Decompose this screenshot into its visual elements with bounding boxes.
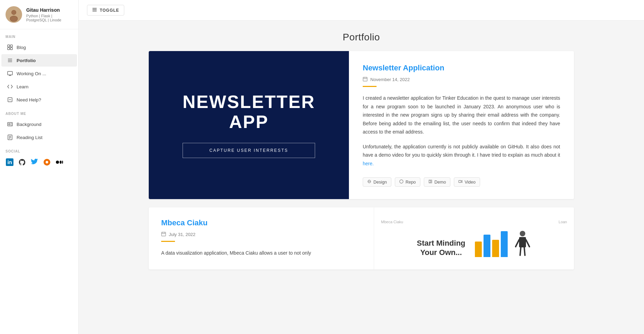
medium-icon[interactable] <box>55 158 64 166</box>
project-desc-newsletter-2: Unfortunately, the application currently… <box>363 143 560 168</box>
profile-section: Gitau Harrison Python | Flask | PostgreS… <box>0 0 78 29</box>
sidebar: Gitau Harrison Python | Flask | PostgreS… <box>0 0 79 334</box>
sidebar-item-portfolio[interactable]: Portfolio <box>1 54 77 67</box>
project-meta-newsletter: November 14, 2022 <box>363 77 560 82</box>
tag-repo-label: Repo <box>406 180 416 185</box>
sidebar-item-need-help[interactable]: Need Help? <box>1 94 77 106</box>
tag-design-label: Design <box>373 180 387 185</box>
mbeca-header-right: Loan <box>559 220 567 224</box>
github-icon[interactable] <box>18 158 26 166</box>
monitor-icon <box>7 70 13 77</box>
about-section-label: ABOUT ME <box>0 106 78 118</box>
project-title-newsletter[interactable]: Newsletter Application <box>363 63 560 72</box>
tag-demo-icon <box>428 179 432 185</box>
svg-point-44 <box>520 231 525 236</box>
mbeca-header-left: Mbeca Ciaku <box>381 220 403 224</box>
project-tags-newsletter: Design Repo Demo <box>363 177 560 187</box>
mbeca-text: Start Minding Your Own... <box>417 239 466 257</box>
twitter-icon[interactable] <box>30 158 39 166</box>
tag-demo[interactable]: Demo <box>424 177 450 187</box>
svg-point-28 <box>62 160 63 164</box>
mbeca-info: Mbeca Ciaku July 31, 2022 A data visuali… <box>149 207 374 269</box>
svg-point-18 <box>9 124 10 125</box>
sidebar-item-blog-label: Blog <box>17 45 26 50</box>
project-divider-newsletter <box>363 86 377 87</box>
chart-bar-2 <box>484 235 490 257</box>
profile-name: Gitau Harrison <box>26 7 73 13</box>
svg-rect-5 <box>8 45 10 47</box>
chart-bar-3 <box>492 240 499 257</box>
project-date-mbeca: July 31, 2022 <box>169 232 195 237</box>
svg-line-49 <box>524 247 525 255</box>
toggle-button[interactable]: TOGGLE <box>87 5 124 16</box>
calendar-icon-mbeca <box>161 232 166 237</box>
topbar: TOGGLE <box>79 0 644 21</box>
code-icon <box>7 84 13 90</box>
tag-design[interactable]: Design <box>363 177 391 187</box>
sidebar-item-learn[interactable]: Learn <box>1 80 77 93</box>
project-desc-mbeca: A data visualization application, Mbeca … <box>161 249 361 257</box>
profile-info: Gitau Harrison Python | Flask | PostgreS… <box>26 7 73 22</box>
svg-rect-45 <box>519 237 526 247</box>
project-card-newsletter: NEWSLETTER APP CAPTURE USER INTERRESTS N… <box>149 51 574 199</box>
tag-repo-icon <box>399 179 403 185</box>
sidebar-item-blog[interactable]: Blog <box>1 41 77 53</box>
svg-rect-6 <box>10 45 12 47</box>
project-date-newsletter: November 14, 2022 <box>370 77 410 82</box>
calendar-icon <box>363 77 368 82</box>
newsletter-caption: CAPTURE USER INTERRESTS <box>183 143 315 158</box>
svg-point-38 <box>400 180 403 183</box>
sidebar-item-reading-list[interactable]: Reading List <box>1 131 77 144</box>
page-title: Portfolio <box>79 21 644 51</box>
tag-video[interactable]: Video <box>454 177 480 187</box>
linkedin-icon[interactable] <box>6 158 14 166</box>
sidebar-item-working-on-label: Working On ... <box>17 71 46 76</box>
tag-design-icon <box>367 179 371 185</box>
sidebar-item-portfolio-label: Portfolio <box>17 58 36 63</box>
sidebar-item-reading-list-label: Reading List <box>17 135 42 140</box>
sidebar-item-background[interactable]: Background <box>1 118 77 130</box>
book-icon <box>7 134 13 140</box>
project-desc-newsletter-1: I created a newsletter application for T… <box>363 94 560 136</box>
toggle-label: TOGGLE <box>100 8 119 13</box>
svg-point-27 <box>60 160 62 164</box>
avatar <box>6 6 22 23</box>
project-image-newsletter: NEWSLETTER APP CAPTURE USER INTERRESTS <box>149 51 349 199</box>
profile-tags: Python | Flask | PostgreSQL | Linode <box>26 14 73 22</box>
id-icon <box>7 121 13 127</box>
main-section-label: MAIN <box>0 29 78 41</box>
hamburger-icon <box>92 7 97 13</box>
svg-rect-39 <box>459 180 461 183</box>
tag-demo-label: Demo <box>435 180 446 185</box>
sidebar-item-working-on[interactable]: Working On ... <box>1 67 77 80</box>
project-title-mbeca[interactable]: Mbeca Ciaku <box>161 218 361 227</box>
grid-icon <box>7 44 13 50</box>
svg-line-46 <box>516 240 519 247</box>
person-icon <box>7 97 13 103</box>
portfolio-container: NEWSLETTER APP CAPTURE USER INTERRESTS N… <box>140 51 582 283</box>
tag-video-label: Video <box>465 180 476 185</box>
project-divider-mbeca <box>161 241 175 242</box>
svg-point-4 <box>10 16 18 21</box>
hashnode-icon[interactable] <box>43 158 51 166</box>
mbeca-chart-row: Start Minding Your Own... <box>381 229 567 257</box>
svg-line-47 <box>526 240 529 247</box>
project-link-here[interactable]: here. <box>363 161 374 166</box>
svg-rect-32 <box>363 77 367 81</box>
project-meta-mbeca: July 31, 2022 <box>161 232 361 237</box>
svg-point-26 <box>56 160 59 164</box>
chart-bar-4 <box>501 231 508 257</box>
sidebar-item-background-label: Background <box>17 122 41 127</box>
chart-bar-1 <box>475 242 482 257</box>
svg-point-3 <box>12 10 16 14</box>
mbeca-chart-header: Mbeca Ciaku Loan <box>381 220 567 224</box>
tag-video-icon <box>458 179 462 185</box>
social-section-label: SOCIAL <box>0 144 78 155</box>
tag-repo[interactable]: Repo <box>395 177 420 187</box>
project-card-mbeca: Mbeca Ciaku July 31, 2022 A data visuali… <box>149 207 574 269</box>
sidebar-item-learn-label: Learn <box>17 84 29 89</box>
svg-rect-40 <box>162 232 166 236</box>
start-minding-title: Start Minding Your Own... <box>417 239 466 257</box>
chart-bars <box>475 231 508 257</box>
newsletter-big-title: NEWSLETTER APP <box>183 92 315 131</box>
